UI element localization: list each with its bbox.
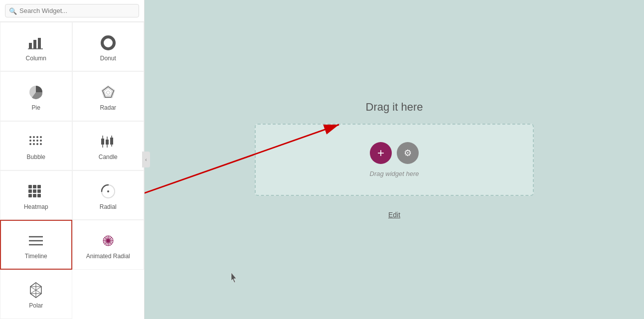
radar-label: Radar [100,104,116,111]
widget-item-timeline[interactable]: Timeline [0,220,72,269]
svg-rect-28 [28,185,32,188]
donut-icon [100,34,116,52]
drop-zone[interactable]: + ⚙ Drag widget here [255,124,534,196]
widget-item-bubble[interactable]: Bubble [0,121,72,170]
polar-icon [27,281,44,299]
pie-icon [28,83,44,101]
heatmap-label: Heatmap [24,203,48,210]
svg-point-14 [29,140,31,142]
svg-point-15 [33,140,35,142]
bubble-icon [28,133,44,151]
candle-icon [100,133,116,151]
polar-label: Polar [29,302,43,309]
drag-label: Drag it here [366,101,423,114]
svg-rect-23 [101,139,104,145]
drop-buttons: + ⚙ [370,142,419,164]
plus-icon: + [377,146,384,160]
candle-label: Candle [99,154,118,160]
drop-text: Drag widget here [370,170,419,177]
svg-rect-25 [106,140,109,145]
svg-rect-2 [38,38,41,49]
svg-point-12 [36,136,38,138]
widget-item-heatmap[interactable]: Heatmap [0,170,72,220]
widget-item-polar[interactable]: Polar [0,270,72,319]
widget-item-donut[interactable]: Donut [72,22,145,71]
svg-point-4 [102,37,114,49]
radial-label: Radial [100,203,117,210]
svg-point-11 [33,136,35,138]
svg-point-21 [40,143,42,145]
svg-point-19 [33,143,35,145]
pie-label: Pie [32,104,40,111]
cursor-indicator [229,272,239,286]
column-label: Column [26,55,46,62]
widget-grid: Column Donut Pie [0,22,144,319]
svg-marker-7 [104,88,112,96]
heatmap-icon [28,182,44,200]
svg-point-18 [29,143,31,145]
svg-point-10 [29,136,31,138]
widget-item-radial[interactable]: Radial [72,170,145,220]
widget-item-candle[interactable]: Candle [72,121,145,170]
svg-rect-27 [110,138,113,145]
sidebar-collapse-toggle[interactable]: ‹ [142,152,150,167]
svg-point-16 [36,140,38,142]
widget-item-pie[interactable]: Pie [0,71,72,121]
svg-rect-35 [33,194,36,197]
main-content: Drag it here + ⚙ Drag widget here Edit [145,0,644,319]
svg-rect-1 [33,40,36,49]
svg-point-13 [40,136,42,138]
sidebar: 🔍 Column Donut [0,0,145,319]
svg-point-51 [107,239,110,242]
search-input[interactable] [5,4,139,17]
svg-point-20 [36,143,38,145]
bubble-label: Bubble [27,154,45,160]
widget-item-column[interactable]: Column [0,22,72,71]
widget-item-animated-radial[interactable]: Animated Radial [72,220,145,269]
svg-rect-31 [28,189,32,193]
radar-icon [100,83,116,101]
widget-item-radar[interactable]: Radar [72,71,145,121]
svg-rect-34 [28,194,32,197]
svg-rect-32 [33,189,36,193]
donut-label: Donut [100,55,116,62]
radial-icon [100,182,116,200]
timeline-label: Timeline [25,253,47,260]
svg-marker-8 [106,91,110,94]
timeline-icon [28,232,44,250]
svg-rect-33 [37,189,41,193]
svg-rect-0 [29,43,32,49]
search-bar: 🔍 [0,0,144,22]
config-icon: ⚙ [404,148,412,159]
svg-rect-29 [33,185,36,188]
svg-rect-36 [37,194,41,197]
svg-point-17 [40,140,42,142]
column-icon [28,34,44,52]
animated-radial-label: Animated Radial [86,253,130,260]
search-icon: 🔍 [9,7,17,14]
config-widget-button[interactable]: ⚙ [397,142,419,164]
add-widget-button[interactable]: + [370,142,392,164]
svg-rect-30 [37,185,41,188]
edit-link[interactable]: Edit [388,211,400,219]
svg-point-38 [107,190,109,192]
animated-radial-icon [99,232,117,250]
